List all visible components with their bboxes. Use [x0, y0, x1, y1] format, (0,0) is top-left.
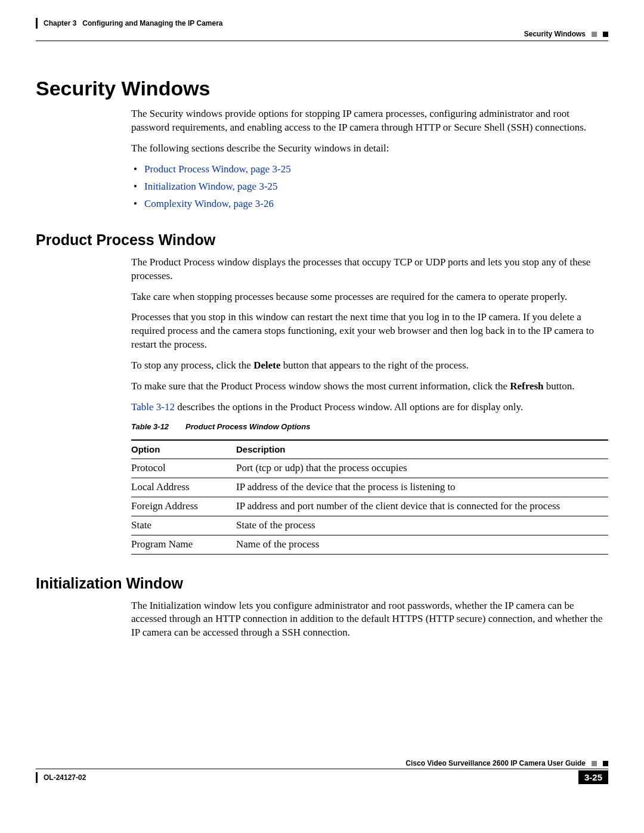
footer-guide-title: Cisco Video Surveillance 2600 IP Camera … [405, 759, 586, 767]
body-paragraph: To make sure that the Product Process wi… [131, 380, 608, 394]
footer-doc-id: OL-24127-02 [44, 773, 86, 782]
header-section: Security Windows [524, 30, 586, 38]
body-paragraph: Table 3-12 describes the options in the … [131, 401, 608, 414]
header-square-icon [592, 32, 597, 37]
table-row: Local Address IP address of the device t… [131, 478, 608, 497]
body-paragraph: To stop any process, click the Delete bu… [131, 359, 608, 373]
toc-link[interactable]: Product Process Window, page 3-25 [131, 163, 608, 176]
section-heading: Initialization Window [36, 575, 608, 592]
section-heading: Product Process Window [36, 231, 608, 249]
page-title: Security Windows [36, 77, 608, 100]
toc-link[interactable]: Initialization Window, page 3-25 [131, 180, 608, 194]
body-paragraph: Processes that you stop in this window c… [131, 311, 608, 352]
body-paragraph: Take care when stopping processes becaus… [131, 290, 608, 304]
table-row: Program Name Name of the process [131, 535, 608, 554]
table-row: State State of the process [131, 516, 608, 535]
toc-link[interactable]: Complexity Window, page 3-26 [131, 197, 608, 211]
footer-square-icon [603, 761, 608, 766]
footer-square-icon [592, 761, 597, 766]
header-chapter-title: Configuring and Managing the IP Camera [82, 19, 222, 27]
body-paragraph: The Product Process window displays the … [131, 256, 608, 283]
table-row: Foreign Address IP address and port numb… [131, 497, 608, 516]
table-caption: Table 3-12Product Process Window Options [131, 422, 608, 432]
header-chapter: Chapter 3 [44, 19, 76, 27]
header-square-icon [603, 32, 608, 37]
page-number: 3-25 [578, 770, 608, 784]
table-reference-link[interactable]: Table 3-12 [131, 401, 175, 413]
intro-paragraph: The Security windows provide options for… [131, 107, 608, 135]
footer-bar-icon [36, 772, 38, 783]
table-header-option: Option [131, 440, 236, 459]
table-header-description: Description [236, 440, 608, 459]
table-row: Protocol Port (tcp or udp) that the proc… [131, 459, 608, 478]
options-table: Option Description Protocol Port (tcp or… [131, 439, 608, 555]
body-paragraph: The Initialization window lets you confi… [131, 599, 608, 640]
header-bar-icon [36, 18, 38, 29]
intro-paragraph: The following sections describe the Secu… [131, 142, 608, 156]
